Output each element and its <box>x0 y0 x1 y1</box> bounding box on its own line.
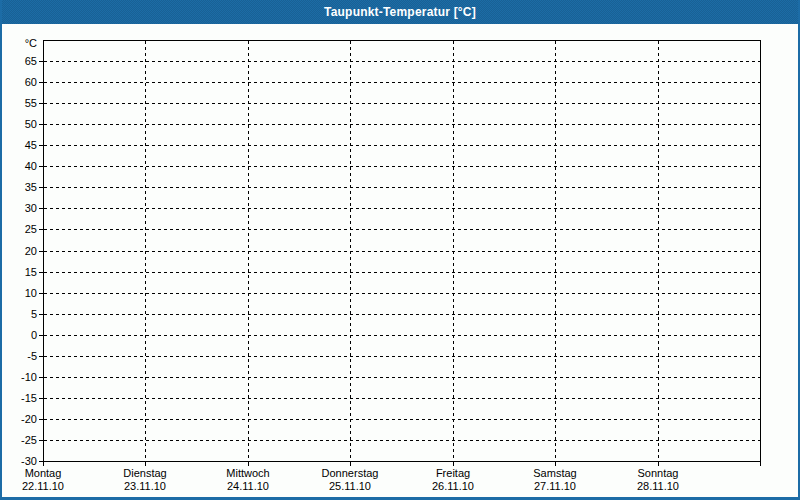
x-axis-date-label: 24.11.10 <box>198 480 298 492</box>
window-titlebar: Taupunkt-Temperatur [°C] <box>2 0 798 24</box>
y-axis-tick-label: 55 <box>2 96 37 110</box>
x-axis-tick <box>760 462 761 466</box>
y-axis-tick-label: 45 <box>2 138 37 152</box>
y-axis-tick-label: -5 <box>2 349 37 363</box>
x-axis-tick <box>350 462 351 466</box>
y-axis-tick-label: -10 <box>2 370 37 384</box>
x-axis-tick <box>658 462 659 466</box>
y-axis-tick-label: 65 <box>2 54 37 68</box>
y-axis-tick-label: 30 <box>2 201 37 215</box>
x-axis-date-label: 27.11.10 <box>505 480 605 492</box>
window-title: Taupunkt-Temperatur [°C] <box>324 5 476 19</box>
x-axis-date-label: 26.11.10 <box>403 480 503 492</box>
y-axis-tick-label: 40 <box>2 159 37 173</box>
y-axis-tick-label: 35 <box>2 180 37 194</box>
x-axis-date-label: 23.11.10 <box>95 480 195 492</box>
y-axis-tick-label: 25 <box>2 222 37 236</box>
x-axis-day-label: Dienstag <box>95 467 195 479</box>
x-axis-day-label: Donnerstag <box>300 467 400 479</box>
x-axis-tick <box>43 462 44 466</box>
plot-area <box>43 40 761 462</box>
y-axis-tick-label: -15 <box>2 391 37 405</box>
y-axis-tick-label: -20 <box>2 412 37 426</box>
x-axis-day-label: Freitag <box>403 467 503 479</box>
y-axis-tick-label: 5 <box>2 307 37 321</box>
y-axis-unit-label: °C <box>2 36 37 50</box>
x-axis-day-label: Montag <box>0 467 93 479</box>
y-axis-tick-label: 60 <box>2 75 37 89</box>
x-axis-date-label: 28.11.10 <box>608 480 708 492</box>
y-axis-tick-label: 50 <box>2 117 37 131</box>
y-axis-tick-label: 15 <box>2 265 37 279</box>
y-axis-tick-label: 20 <box>2 244 37 258</box>
x-axis-date-label: 25.11.10 <box>300 480 400 492</box>
y-axis-tick-label: -25 <box>2 433 37 447</box>
y-axis-tick-label: -30 <box>2 454 37 468</box>
y-axis-tick-label: 0 <box>2 328 37 342</box>
x-axis-day-label: Sonntag <box>608 467 708 479</box>
x-axis-tick <box>248 462 249 466</box>
y-axis-tick-label: 10 <box>2 286 37 300</box>
x-axis-date-label: 22.11.10 <box>0 480 93 492</box>
x-axis-day-label: Samstag <box>505 467 605 479</box>
chart-window: Taupunkt-Temperatur [°C] °C 656055504540… <box>0 0 800 500</box>
x-axis-day-label: Mittwoch <box>198 467 298 479</box>
x-axis-tick <box>145 462 146 466</box>
x-axis-tick <box>555 462 556 466</box>
x-axis-tick <box>453 462 454 466</box>
